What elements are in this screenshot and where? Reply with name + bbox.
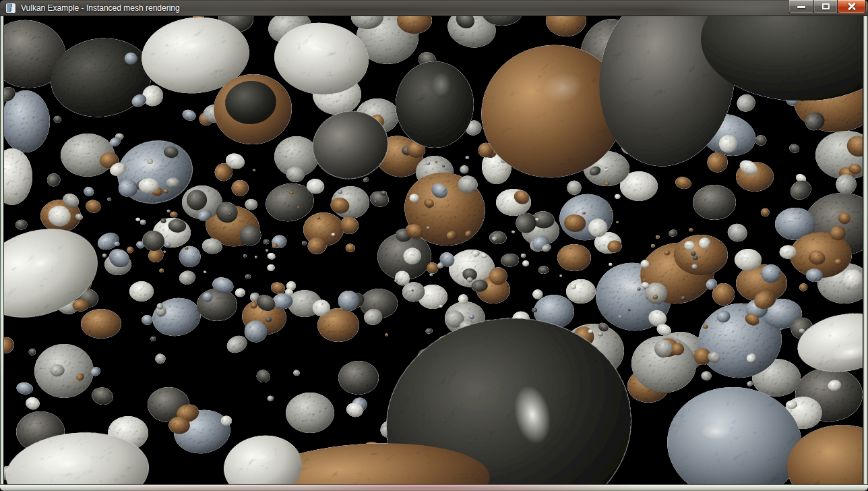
dust-pebble xyxy=(426,162,430,165)
close-button[interactable] xyxy=(838,0,866,13)
dust-pebble xyxy=(204,271,206,274)
minimize-button[interactable] xyxy=(788,0,813,13)
pebble xyxy=(221,415,232,426)
dust-pebble xyxy=(185,247,188,250)
rock xyxy=(286,393,334,433)
window-title: Vulkan Example - Instanced mesh renderin… xyxy=(21,0,180,16)
dust-pebble xyxy=(272,243,278,248)
dust-pebble xyxy=(435,161,437,163)
specular-highlight xyxy=(623,280,644,293)
dust-pebble xyxy=(616,221,618,223)
dust-pebble xyxy=(691,252,695,256)
dust-pebble xyxy=(615,194,620,199)
maximize-button[interactable] xyxy=(813,0,838,13)
dust-pebble xyxy=(512,231,515,233)
dust-pebble xyxy=(374,200,377,203)
dust-pebble xyxy=(140,220,146,225)
dust-pebble xyxy=(521,254,526,258)
maximize-icon xyxy=(822,3,830,9)
dust-pebble xyxy=(656,235,660,239)
dust-pebble xyxy=(332,233,335,236)
dust-pebble xyxy=(691,264,698,268)
dust-pebble xyxy=(102,254,106,257)
dust-pebble xyxy=(609,263,612,266)
dust-pebble xyxy=(107,198,111,201)
window-controls xyxy=(788,0,866,13)
titlebar[interactable]: Vulkan Example - Instanced mesh renderin… xyxy=(0,0,868,16)
dust-pebble xyxy=(681,296,685,300)
dust-pebble xyxy=(689,228,693,231)
pebble xyxy=(245,320,268,342)
dust-pebble xyxy=(429,273,432,276)
dust-pebble xyxy=(427,227,429,229)
dust-pebble xyxy=(228,212,232,215)
dust-pebble xyxy=(619,315,622,318)
specular-highlight xyxy=(432,72,451,96)
dust-pebble xyxy=(582,212,586,214)
dust-pebble xyxy=(241,293,244,295)
dust-pebble xyxy=(598,332,603,337)
app-window: Vulkan Example - Instanced mesh renderin… xyxy=(0,0,868,491)
dust-pebble xyxy=(264,239,269,244)
dust-pebble xyxy=(150,337,156,341)
dust-pebble xyxy=(651,244,655,248)
dust-pebble xyxy=(161,219,166,223)
dust-pebble xyxy=(481,253,487,258)
dust-pebble xyxy=(693,256,698,260)
render-viewport[interactable] xyxy=(4,16,863,484)
dust-pebble xyxy=(628,309,631,312)
dust-pebble xyxy=(169,309,171,311)
dust-pebble xyxy=(385,334,388,337)
rock xyxy=(735,249,762,270)
dust-pebble xyxy=(164,190,168,194)
rock xyxy=(557,244,591,271)
dust-pebble xyxy=(559,275,561,277)
dust-pebble xyxy=(167,210,170,212)
dust-pebble xyxy=(266,250,268,252)
rendered-scene xyxy=(4,16,863,484)
dust-pebble xyxy=(664,250,670,255)
pebble xyxy=(702,371,712,380)
application-icon xyxy=(6,3,16,13)
specular-highlight xyxy=(701,424,731,440)
dust-pebble xyxy=(588,329,593,333)
dust-pebble xyxy=(604,167,607,169)
rock xyxy=(693,185,736,220)
dust-pebble xyxy=(253,169,255,171)
rock xyxy=(81,309,121,339)
dust-pebble xyxy=(466,156,469,159)
dust-pebble xyxy=(411,289,413,291)
rock xyxy=(197,289,237,321)
dust-pebble xyxy=(317,216,320,220)
dust-pebble xyxy=(243,254,247,257)
dust-pebble xyxy=(610,210,613,212)
dust-pebble xyxy=(136,218,140,221)
window-border-right[interactable] xyxy=(863,16,868,484)
minimize-icon xyxy=(797,6,805,8)
dust-pebble xyxy=(266,317,272,322)
dust-pebble xyxy=(597,233,600,236)
dust-pebble xyxy=(290,191,294,194)
dust-pebble xyxy=(302,241,307,246)
dust-pebble xyxy=(255,256,257,258)
dust-pebble xyxy=(164,251,166,253)
dust-pebble xyxy=(442,165,445,168)
rock xyxy=(396,61,474,148)
window-border-left[interactable] xyxy=(0,16,4,484)
dust-pebble xyxy=(338,190,342,194)
dust-pebble xyxy=(245,275,251,279)
dust-pebble xyxy=(467,277,473,282)
window-border-bottom[interactable] xyxy=(0,484,868,491)
dust-pebble xyxy=(643,279,646,282)
rock xyxy=(129,281,154,301)
dust-pebble xyxy=(394,279,398,282)
dust-pebble xyxy=(703,324,708,328)
dust-pebble xyxy=(535,218,538,221)
rock xyxy=(566,279,596,304)
dust-pebble xyxy=(469,314,474,318)
dust-pebble xyxy=(160,269,164,273)
dust-pebble xyxy=(439,305,443,308)
dust-pebble xyxy=(604,182,609,186)
rock xyxy=(338,361,379,395)
dust-pebble xyxy=(653,295,658,299)
